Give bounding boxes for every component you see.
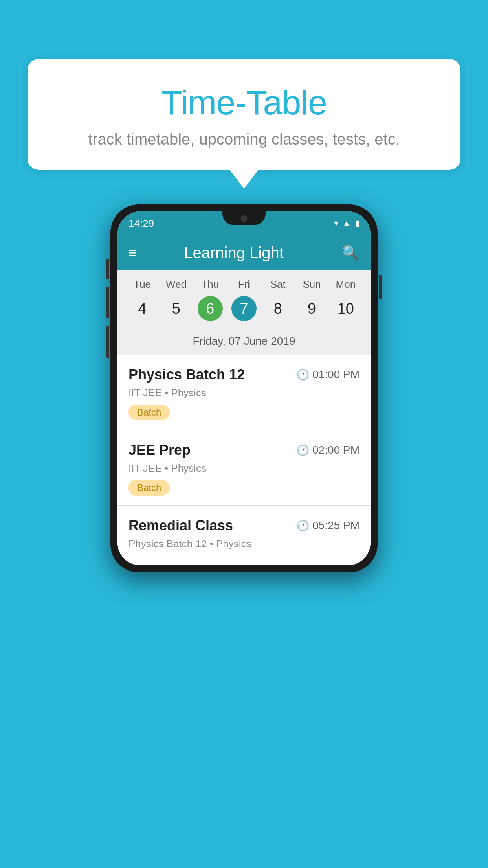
day-name: Thu [201,278,219,291]
day-item-tue[interactable]: Tue4 [130,278,155,329]
schedule-item-title: JEE Prep [128,442,191,458]
day-item-thu[interactable]: Thu6 [198,278,223,329]
schedule-item-header: Remedial Class🕐05:25 PM [128,517,360,534]
camera [241,215,247,222]
day-item-fri[interactable]: Fri7 [231,278,257,329]
notch [222,211,266,225]
schedule-item-header: Physics Batch 12🕐01:00 PM [128,366,360,383]
schedule-badge: Batch [128,405,170,420]
speech-bubble-title: Time-Table [59,83,429,123]
phone-mute-button [106,259,109,279]
speech-bubble-subtitle: track timetable, upcoming classes, tests… [59,131,429,148]
status-time: 14:29 [128,217,154,230]
search-icon[interactable]: 🔍 [342,245,360,261]
day-number: 6 [198,296,223,321]
time-text: 02:00 PM [312,444,360,456]
day-name: Wed [166,278,187,291]
day-number: 9 [299,296,325,321]
day-number: 10 [333,296,358,321]
day-item-sun[interactable]: Sun9 [299,278,325,329]
day-name: Sun [303,278,321,291]
day-number: 7 [231,296,257,321]
days-row: Tue4Wed5Thu6Fri7Sat8Sun9Mon10 [117,278,371,329]
signal-icon: ▲ [342,218,351,228]
schedule-item-title: Physics Batch 12 [128,366,245,383]
phone-power-button [379,275,382,299]
clock-icon: 🕐 [297,520,309,532]
selected-date-label: Friday, 07 June 2019 [117,329,371,355]
status-icons: ▾ ▲ ▮ [334,218,360,228]
schedule-item-time: 🕐01:00 PM [297,368,360,381]
day-item-sat[interactable]: Sat8 [265,278,290,329]
speech-bubble: Time-Table track timetable, upcoming cla… [28,59,460,170]
wifi-icon: ▾ [334,218,338,228]
day-number: 4 [130,296,155,321]
schedule-item-title: Remedial Class [128,517,233,534]
clock-icon: 🕐 [297,444,309,456]
schedule-item-time: 🕐02:00 PM [297,444,360,456]
app-bar: ≡ Learning Light 🔍 [117,235,371,270]
day-name: Sat [270,278,286,291]
schedule-item-subtitle: IIT JEE • Physics [128,387,360,399]
app-bar-title: Learning Light [126,244,342,262]
day-item-wed[interactable]: Wed5 [163,278,189,329]
status-bar: 14:29 ▾ ▲ ▮ [117,211,371,235]
battery-icon: ▮ [355,218,360,228]
schedule-item-subtitle: Physics Batch 12 • Physics [128,538,360,550]
day-number: 8 [265,296,290,321]
phone-volume-up-button [106,287,109,318]
time-text: 01:00 PM [312,368,360,381]
clock-icon: 🕐 [297,369,309,381]
day-name: Fri [238,278,250,291]
speech-bubble-container: Time-Table track timetable, upcoming cla… [28,59,460,170]
time-text: 05:25 PM [312,519,360,532]
schedule-item-1[interactable]: JEE Prep🕐02:00 PMIIT JEE • PhysicsBatch [117,430,371,506]
phone-screen: 14:29 ▾ ▲ ▮ ≡ Learning Light 🔍 [117,211,371,565]
schedule-list: Physics Batch 12🕐01:00 PMIIT JEE • Physi… [117,355,371,565]
phone-volume-down-button [106,326,109,358]
day-name: Mon [336,278,356,291]
calendar-strip: Tue4Wed5Thu6Fri7Sat8Sun9Mon10 Friday, 07… [117,270,371,355]
schedule-item-subtitle: IIT JEE • Physics [128,462,360,474]
day-number: 5 [163,296,189,321]
schedule-badge: Batch [128,480,170,496]
day-name: Tue [134,278,151,291]
day-item-mon[interactable]: Mon10 [333,278,358,329]
phone-container: 14:29 ▾ ▲ ▮ ≡ Learning Light 🔍 [110,204,378,572]
schedule-item-2[interactable]: Remedial Class🕐05:25 PMPhysics Batch 12 … [117,506,371,565]
schedule-item-header: JEE Prep🕐02:00 PM [128,442,360,458]
phone: 14:29 ▾ ▲ ▮ ≡ Learning Light 🔍 [110,204,378,572]
schedule-item-0[interactable]: Physics Batch 12🕐01:00 PMIIT JEE • Physi… [117,355,371,430]
schedule-item-time: 🕐05:25 PM [297,519,360,532]
